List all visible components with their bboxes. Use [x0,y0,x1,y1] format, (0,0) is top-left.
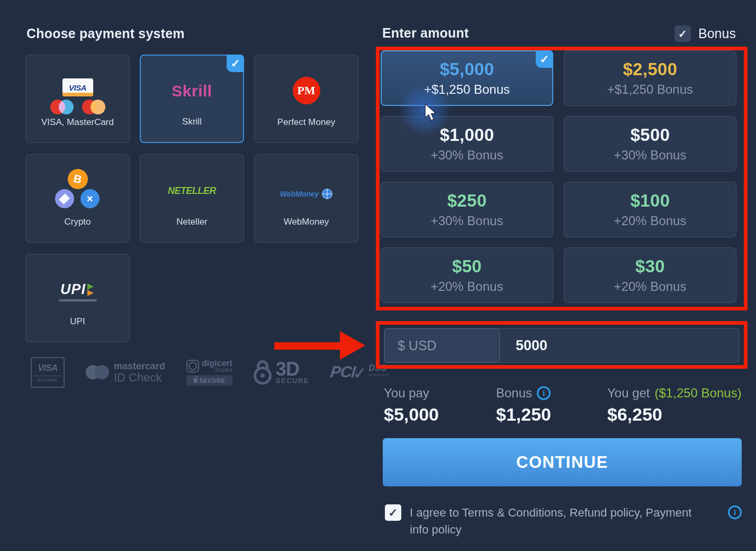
upi-logo-icon: UPI [26,254,129,318]
ethereum-icon [55,189,74,208]
mastercard-circles-icon [86,365,109,380]
bonus-toggle-label: Bonus [698,26,736,41]
payment-method-label: UPI [26,316,129,327]
lock-icon [194,378,197,383]
amount-option-5000[interactable]: ✓ $5,000 +$1,250 Bonus [381,50,553,106]
payment-methods-grid: VISA VISA, MasterCard ✓ Skrill Skrill PM… [25,55,358,342]
payment-method-label: Perfect Money [255,117,358,128]
upi-arrow-icon [87,283,95,296]
selected-check-icon: ✓ [536,50,553,68]
currency-selector[interactable]: $ USD [384,328,500,362]
neteller-logo-icon: NETELLER [140,155,244,218]
you-get-label: You get [607,386,650,401]
webmoney-logo-icon: WebMoney [255,162,358,226]
payment-method-label: Skrill [141,117,243,127]
amount-option-250[interactable]: $250 +30% Bonus [381,182,553,237]
amount-option-100[interactable]: $100 +20% Bonus [564,182,736,237]
payment-method-upi[interactable]: UPI UPI [25,254,130,342]
bonus-toggle[interactable]: ✓ Bonus [674,25,736,42]
bonus-label: Bonus [496,386,532,401]
choose-payment-title: Choose payment system [26,26,185,41]
enter-amount-title: Enter amount [382,25,469,41]
bonus-info-icon[interactable]: i [537,386,551,400]
you-pay-value: $5,000 [384,404,439,425]
padlock-icon [254,360,273,385]
summary-you-get: You get ($1,250 Bonus) $6,250 [607,386,742,425]
agreement-info-icon[interactable]: i [728,505,742,519]
check-icon: ✓ [389,506,398,519]
amount-input[interactable] [500,328,739,362]
perfect-money-logo-icon: PM [255,55,358,119]
continue-button[interactable]: CONTINUE [383,438,742,486]
summary-you-pay: You pay $5,000 [384,386,439,425]
bonus-value: $1,250 [496,404,551,425]
annotation-arrow [272,328,368,363]
amount-options-grid: ✓ $5,000 +$1,250 Bonus $2,500 +$1,250 Bo… [381,50,736,303]
payment-method-crypto[interactable]: B × Crypto [25,154,130,243]
amount-option-500[interactable]: $500 +30% Bonus [564,116,736,172]
3d-secure-badge: 3D SECURE [254,360,309,385]
bonus-checkbox[interactable]: ✓ [674,25,691,42]
selected-check-icon: ✓ [227,55,244,72]
upi-subtext-decoration [59,299,97,301]
you-pay-label: You pay [384,386,429,401]
payment-method-label: VISA, MasterCard [26,117,129,128]
agreement-text[interactable]: I agree to Terms & Conditions, Refund po… [410,504,709,538]
payment-method-webmoney[interactable]: WebMoney WebMoney [254,154,358,243]
amount-input-row: $ USD [384,328,740,363]
card-circles-icon [50,100,105,114]
payment-method-skrill[interactable]: ✓ Skrill Skrill [140,55,244,143]
payment-method-label: Neteller [140,217,244,227]
amount-option-1000[interactable]: $1,000 +30% Bonus [381,116,553,172]
pci-dss-badge: PCI ✓ DSS COMPLIANT [330,363,390,383]
agreement-row: ✓ I agree to Terms & Conditions, Refund … [385,504,742,538]
mastercard-idcheck-badge: mastercard ID Check [86,361,165,384]
payment-method-neteller[interactable]: NETELLER Neteller [140,154,244,243]
crypto-logo-icon: B × [26,155,129,218]
you-get-value: $6,250 [607,404,742,425]
visa-secure-badge: VISA SECURE [31,357,65,388]
amount-option-50[interactable]: $50 +20% Bonus [381,247,553,303]
deposit-modal: Choose payment system VISA VISA, MasterC… [0,0,756,551]
globe-icon [322,189,332,199]
payment-method-perfect-money[interactable]: PM Perfect Money [254,55,358,143]
payment-method-label: Crypto [26,217,129,227]
summary-bonus: Bonus i $1,250 [496,386,551,425]
amount-option-30[interactable]: $30 +20% Bonus [564,247,736,303]
ripple-icon: × [80,189,100,208]
visa-card-icon: VISA [62,78,93,96]
payment-method-visa-mastercard[interactable]: VISA VISA, MasterCard [25,55,130,143]
digicert-icon [186,360,199,372]
amount-option-2500[interactable]: $2,500 +$1,250 Bonus [564,50,736,106]
bitcoin-icon: B [68,169,88,189]
digicert-badge: digicert Trusted SECURE [186,359,232,386]
check-icon: ✓ [678,28,687,40]
you-get-bonus-note: ($1,250 Bonus) [655,386,742,401]
agreement-checkbox[interactable]: ✓ [385,504,401,521]
payment-method-label: WebMoney [255,217,358,227]
